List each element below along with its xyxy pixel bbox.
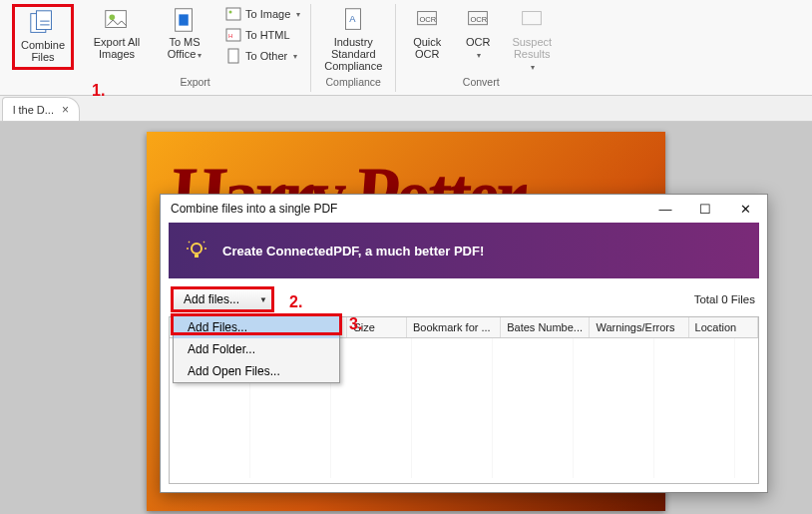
grid-col-header[interactable]: Bookmark for ... <box>407 317 501 337</box>
grid-col-header[interactable]: Bates Numbe... <box>501 317 590 337</box>
menu-add-folder[interactable]: Add Folder... <box>174 338 339 360</box>
svg-text:A: A <box>350 14 357 24</box>
dialog-titlebar[interactable]: Combine files into a single PDF — ☐ ✕ <box>161 195 767 223</box>
dialog-title-text: Combine files into a single PDF <box>171 202 337 216</box>
svg-point-18 <box>192 244 202 254</box>
document-tab[interactable]: l the D... × <box>2 97 80 121</box>
minimize-button[interactable]: — <box>645 195 685 223</box>
dropdown-caret-icon: ▾ <box>198 51 202 60</box>
doc-icon <box>225 48 241 64</box>
svg-rect-6 <box>226 8 240 20</box>
tab-label: l the D... <box>13 104 54 116</box>
total-files-label: Total 0 Files <box>694 293 755 305</box>
banner-text: Create ConnectedPDF, a much better PDF! <box>222 244 484 258</box>
to-ms-office-button[interactable]: To MS Office▾ <box>154 4 215 70</box>
add-files-menu: Add Files... Add Folder... Add Open File… <box>173 315 340 383</box>
document-tabs: l the D... × <box>0 96 812 122</box>
group-label-convert: Convert <box>463 76 500 92</box>
html-icon: H <box>225 27 241 43</box>
standard-icon: A <box>338 6 368 34</box>
svg-text:OCR: OCR <box>471 15 488 24</box>
dropdown-caret-icon: ▼ <box>259 295 267 304</box>
connectedpdf-banner[interactable]: Create ConnectedPDF, a much better PDF! <box>169 223 759 278</box>
svg-rect-1 <box>36 11 51 30</box>
lightbulb-icon <box>185 239 208 262</box>
menu-add-open-files[interactable]: Add Open Files... <box>174 360 339 382</box>
combine-files-icon <box>28 9 58 37</box>
grid-col-header[interactable]: Warnings/Errors <box>590 317 688 337</box>
svg-rect-10 <box>228 49 238 63</box>
svg-text:OCR: OCR <box>420 15 437 24</box>
ocr-icon: OCR <box>463 6 493 34</box>
combine-files-button[interactable]: Combine Files <box>12 4 74 70</box>
svg-rect-17 <box>523 12 542 25</box>
suspect-results-button[interactable]: Suspect Results▾ <box>504 4 560 70</box>
add-files-dropdown-button[interactable]: Add files... ▼ <box>173 288 272 310</box>
ocr-button[interactable]: OCR OCR▾ <box>458 4 498 70</box>
to-image-button[interactable]: To Image▾ <box>221 4 304 24</box>
quick-ocr-button[interactable]: OCR Quick OCR <box>402 4 452 70</box>
ribbon: Combine Files Export All Images To MS Of… <box>0 0 812 96</box>
export-all-images-button[interactable]: Export All Images <box>86 4 148 70</box>
maximize-button[interactable]: ☐ <box>685 195 725 223</box>
industry-compliance-button[interactable]: A Industry Standard Compliance <box>317 4 389 70</box>
svg-point-7 <box>229 11 232 14</box>
grid-col-header[interactable]: Size <box>347 317 407 337</box>
group-label-compliance: Compliance <box>326 76 381 92</box>
suspect-icon <box>517 6 547 34</box>
image-export-icon <box>102 6 132 34</box>
dialog-toolbar: Add files... ▼ Total 0 Files <box>161 278 767 316</box>
to-html-button[interactable]: H To HTML <box>221 25 304 45</box>
menu-add-files[interactable]: Add Files... <box>174 316 339 338</box>
svg-point-3 <box>110 14 116 20</box>
image-icon <box>225 6 241 22</box>
grid-col-header[interactable]: Location <box>689 317 758 337</box>
close-button[interactable]: ✕ <box>725 195 765 223</box>
quick-ocr-icon: OCR <box>412 6 442 34</box>
svg-text:H: H <box>228 33 232 39</box>
tab-close-icon[interactable]: × <box>62 103 69 117</box>
to-other-button[interactable]: To Other▾ <box>221 46 304 66</box>
ms-office-icon <box>170 6 200 34</box>
group-label-export: Export <box>180 76 209 92</box>
svg-rect-5 <box>179 14 188 25</box>
